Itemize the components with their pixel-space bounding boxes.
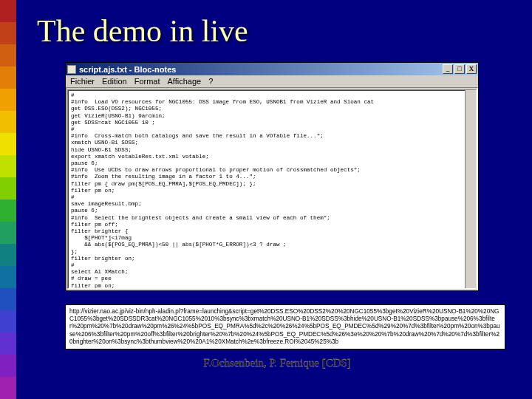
- editor-frame: # #info Load VO resources for NGC1055: D…: [66, 88, 478, 290]
- menu-edit[interactable]: Edition: [102, 77, 127, 86]
- rainbow-stripe: [0, 0, 16, 399]
- slide-area: The demo in live script.ajs.txt - Bloc-n…: [16, 0, 532, 399]
- window-title: script.ajs.txt - Bloc-notes: [79, 65, 441, 74]
- close-button[interactable]: X: [466, 64, 477, 74]
- notepad-icon: [67, 65, 76, 74]
- menubar: Fichier Edition Format Affichage ?: [66, 75, 478, 88]
- menu-view[interactable]: Affichage: [168, 77, 202, 86]
- maximize-button[interactable]: □: [454, 64, 465, 74]
- page-title: The demo in live: [37, 13, 517, 49]
- notepad-window: script.ajs.txt - Bloc-notes _ □ X Fichie…: [65, 62, 479, 291]
- window-titlebar: script.ajs.txt - Bloc-notes _ □ X: [66, 63, 478, 75]
- menu-format[interactable]: Format: [134, 77, 160, 86]
- editor-content[interactable]: # #info Load VO resources for NGC1055: D…: [67, 89, 477, 289]
- minimize-button[interactable]: _: [443, 64, 453, 74]
- slide-footer: F.Ochsenbein, P. Fernique [CDS]: [37, 357, 517, 369]
- menu-file[interactable]: Fichier: [70, 77, 95, 86]
- menu-help[interactable]: ?: [208, 77, 213, 86]
- url-box: http://vizier.nao.ac.jp/viz-bin/nph-alad…: [65, 304, 505, 349]
